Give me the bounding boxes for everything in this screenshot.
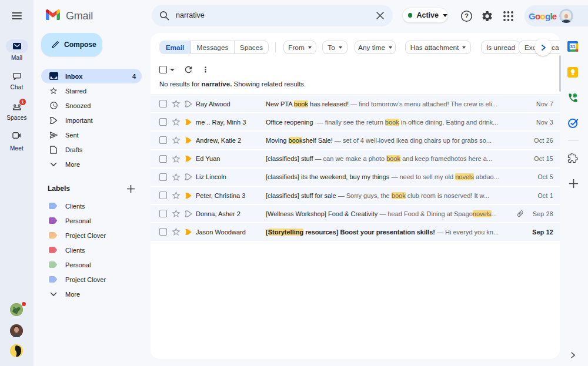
svg-text:31: 31 (570, 44, 576, 49)
svg-text:?: ? (465, 12, 469, 19)
